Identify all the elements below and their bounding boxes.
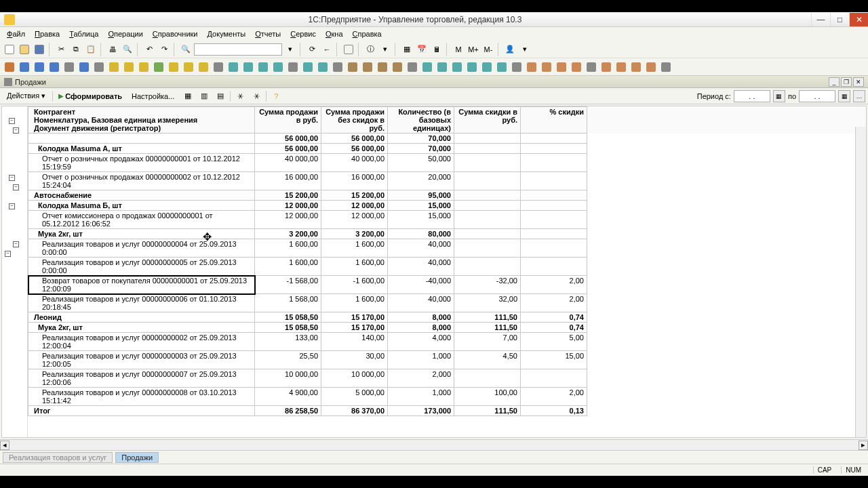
subwindow-restore[interactable]: ❐ xyxy=(841,77,852,87)
toolbar2-icon-20[interactable] xyxy=(301,60,315,74)
toolbar2-icon-6[interactable] xyxy=(92,60,106,74)
toolbar2-icon-26[interactable] xyxy=(391,60,404,74)
toolbar2-icon-0[interactable] xyxy=(3,60,16,74)
toolbar2-icon-4[interactable] xyxy=(62,60,76,74)
task-tab-1[interactable]: Продажи xyxy=(115,452,159,463)
cols-icon[interactable]: ▥ xyxy=(197,89,211,103)
refresh-icon[interactable]: ⟳ xyxy=(305,43,319,56)
table-row[interactable]: Отчет о розничных продажах 00000000001 о… xyxy=(28,154,866,172)
table-row[interactable]: Реализация товаров и услуг 00000000007 о… xyxy=(28,369,866,388)
toolbar2-icon-34[interactable] xyxy=(510,60,524,74)
toolbar2-icon-11[interactable] xyxy=(167,60,180,74)
toolbar2-icon-2[interactable] xyxy=(33,60,46,74)
period-to-input[interactable] xyxy=(799,90,835,102)
m-minus-button[interactable]: M- xyxy=(481,43,495,56)
info-icon[interactable]: ⓘ xyxy=(363,43,377,56)
outline-toggle[interactable]: − xyxy=(13,241,19,247)
toolbar2-icon-1[interactable] xyxy=(18,60,31,74)
menu-1[interactable]: Правка xyxy=(31,28,64,39)
redo-icon[interactable]: ↷ xyxy=(157,43,171,56)
task-tab-0[interactable]: Реализация товаров и услуг xyxy=(3,452,113,463)
table-row[interactable]: Леонид15 058,5015 170,008,000111,500,74 xyxy=(28,312,866,323)
toolbar2-icon-5[interactable] xyxy=(77,60,91,74)
toolbar2-icon-31[interactable] xyxy=(465,60,479,74)
toolbar2-icon-32[interactable] xyxy=(480,60,494,74)
toolbar2-icon-35[interactable] xyxy=(525,60,538,74)
outline-gutter[interactable]: −−−−−−− xyxy=(2,106,28,437)
settings-button[interactable]: Настройка... xyxy=(127,91,178,102)
table-row[interactable]: Итог86 258,5086 370,00173,000111,500,13 xyxy=(28,406,866,416)
table-row[interactable]: Колодка Masuma Б, шт12 000,0012 000,0015… xyxy=(28,201,866,211)
toolbar2-icon-38[interactable] xyxy=(570,60,583,74)
table-row[interactable]: Реализация товаров и услуг 00000000008 о… xyxy=(28,388,866,406)
open-icon[interactable] xyxy=(18,43,31,56)
menu-8[interactable]: Окна xyxy=(321,28,347,39)
print-icon[interactable]: 🖶 xyxy=(106,43,119,56)
table-row[interactable]: Реализация товаров и услуг 00000000004 о… xyxy=(28,239,866,258)
toolbar2-icon-18[interactable] xyxy=(271,60,285,74)
menu-6[interactable]: Отчеты xyxy=(251,28,285,39)
period-to-cal-icon[interactable]: ▦ xyxy=(838,90,850,102)
toolbar2-icon-33[interactable] xyxy=(495,60,509,74)
outline-toggle[interactable]: − xyxy=(13,127,19,134)
toolbar2-icon-25[interactable] xyxy=(376,60,389,74)
toolbar2-icon-24[interactable] xyxy=(361,60,374,74)
toolbar2-icon-12[interactable] xyxy=(182,60,195,74)
table-row[interactable]: Реализация товаров и услуг 00000000003 о… xyxy=(28,351,866,369)
table-row[interactable]: Реализация товаров и услуг 00000000006 о… xyxy=(28,294,866,312)
toolbar2-icon-7[interactable] xyxy=(107,60,121,74)
toolbar2-icon-27[interactable] xyxy=(406,60,419,74)
chevron-down-icon[interactable]: ▾ xyxy=(378,43,392,56)
new-icon[interactable] xyxy=(3,43,16,56)
subwindow-minimize[interactable]: _ xyxy=(829,77,840,87)
help-icon[interactable]: 👤 xyxy=(503,43,517,56)
toolbar2-icon-40[interactable] xyxy=(599,60,613,74)
help2-icon[interactable]: ? xyxy=(269,89,283,103)
menu-3[interactable]: Операции xyxy=(104,28,146,39)
doc-icon[interactable] xyxy=(342,43,355,56)
close-button[interactable]: ✕ xyxy=(849,13,868,26)
save-icon[interactable] xyxy=(33,43,46,56)
outline-toggle[interactable]: − xyxy=(5,251,11,257)
table-row[interactable]: Возврат товаров от покупателя 0000000000… xyxy=(28,276,866,294)
dropdown-icon[interactable]: ▾ xyxy=(283,43,297,56)
toolbar2-icon-3[interactable] xyxy=(47,60,61,74)
toolbar2-icon-43[interactable] xyxy=(644,60,658,74)
m-plus-button[interactable]: M+ xyxy=(467,43,480,56)
minimize-button[interactable]: — xyxy=(811,13,830,26)
copy-icon[interactable]: ⧉ xyxy=(69,43,83,56)
toolbar2-icon-14[interactable] xyxy=(212,60,225,74)
data-grid[interactable]: Контрагент Номенклатура, Базовая единица… xyxy=(28,106,866,437)
calendar-icon[interactable]: 📅 xyxy=(415,43,429,56)
back-icon[interactable]: ← xyxy=(320,43,334,56)
menu-0[interactable]: Файл xyxy=(3,28,29,39)
outline-toggle[interactable]: − xyxy=(9,175,15,181)
menu-4[interactable]: Справочники xyxy=(149,28,202,39)
menu-7[interactable]: Сервис xyxy=(286,28,320,39)
undo-icon[interactable]: ↶ xyxy=(142,43,156,56)
period-from-input[interactable] xyxy=(734,90,770,102)
table-row[interactable]: 56 000,0056 000,0070,000 xyxy=(28,134,866,144)
period-picker-icon[interactable]: … xyxy=(853,90,865,102)
toolbar2-icon-16[interactable] xyxy=(241,60,255,74)
search-input[interactable] xyxy=(194,43,282,56)
search-icon[interactable]: 🔍 xyxy=(179,43,193,56)
toolbar2-icon-17[interactable] xyxy=(256,60,270,74)
toolbar2-icon-28[interactable] xyxy=(420,60,434,74)
calc-icon[interactable]: 🖩 xyxy=(430,43,443,56)
toolbar2-icon-9[interactable] xyxy=(137,60,151,74)
outline-toggle[interactable]: − xyxy=(9,203,15,209)
toolbar2-icon-39[interactable] xyxy=(585,60,598,74)
grid-icon[interactable]: ▦ xyxy=(181,89,195,103)
table-row[interactable]: Колодка Masuma А, шт56 000,0056 000,0070… xyxy=(28,144,866,154)
toolbar2-icon-42[interactable] xyxy=(629,60,643,74)
toolbar2-icon-37[interactable] xyxy=(555,60,568,74)
period-from-cal-icon[interactable]: ▦ xyxy=(773,90,785,102)
toolbar2-icon-21[interactable] xyxy=(316,60,330,74)
toolbar2-icon-22[interactable] xyxy=(331,60,344,74)
actions-menu[interactable]: Действия ▾ xyxy=(3,90,50,102)
toolbar2-icon-23[interactable] xyxy=(346,60,359,74)
subwindow-close[interactable]: ✕ xyxy=(853,77,864,87)
toolbar2-icon-44[interactable] xyxy=(659,60,673,74)
table-icon[interactable]: ▦ xyxy=(400,43,414,56)
